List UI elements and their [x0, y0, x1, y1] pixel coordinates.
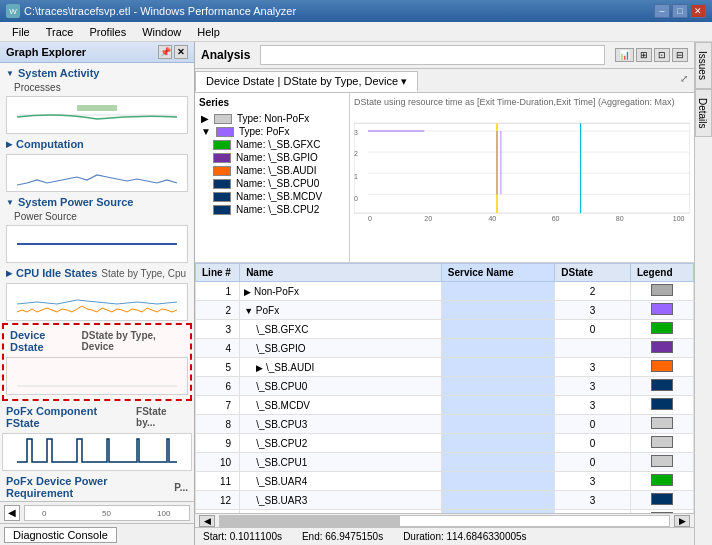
- expand-icon[interactable]: ⤢: [678, 71, 690, 90]
- menu-file[interactable]: File: [4, 24, 38, 40]
- series-label-gfxc: Name: \_SB.GFXC: [236, 139, 320, 150]
- nav-left-button[interactable]: ◀: [4, 505, 20, 521]
- cell-dstate-6: 3: [555, 377, 631, 396]
- cell-name-9: \_SB.CPU2: [240, 434, 442, 453]
- col-header-legend[interactable]: Legend: [630, 264, 693, 282]
- section-dstate-header[interactable]: Device Dstate DState by Type, Device: [6, 327, 188, 355]
- menu-help[interactable]: Help: [189, 24, 228, 40]
- cell-service-11: [441, 472, 554, 491]
- svg-text:40: 40: [488, 215, 496, 222]
- table-header-row: Line # Name Service Name DState Legend: [196, 264, 694, 282]
- device-dstate-chart: [6, 357, 188, 395]
- cell-line-11: 11: [196, 472, 240, 491]
- svg-text:50: 50: [102, 509, 111, 518]
- restore-button[interactable]: □: [672, 4, 688, 18]
- tab-device-dstate[interactable]: Device Dstate | DState by Type, Device ▾: [195, 71, 418, 92]
- section-system-activity-header[interactable]: ▼ System Activity: [2, 65, 192, 81]
- computation-chart: [6, 154, 188, 192]
- timeline-scroll[interactable]: 0 50 100: [24, 505, 190, 521]
- sidebar-tab-issues[interactable]: Issues: [695, 42, 712, 89]
- minimize-button[interactable]: –: [654, 4, 670, 18]
- panel-close-button[interactable]: ✕: [174, 45, 188, 59]
- series-collapse-icon[interactable]: ▼: [201, 126, 211, 137]
- title-bar: W C:\traces\tracefsvp.etl - Windows Perf…: [0, 0, 712, 22]
- scroll-left-button[interactable]: ◀: [199, 515, 215, 527]
- series-label-nonpofx: Type: Non-PoFx: [237, 113, 309, 124]
- scroll-right-button[interactable]: ▶: [674, 515, 690, 527]
- cell-legend-6: [630, 377, 693, 396]
- cell-legend-9: [630, 434, 693, 453]
- section-system-power-source: ▼ System Power Source Power Source: [2, 194, 192, 263]
- analysis-header: Analysis 📊 ⊞ ⊡ ⊟: [195, 42, 694, 69]
- cell-legend-1: [630, 282, 693, 301]
- cell-line-1: 1: [196, 282, 240, 301]
- series-color-gfxc: [213, 140, 231, 150]
- bottom-nav: ◀ 0 50 100: [0, 501, 194, 523]
- cell-dstate-12: 3: [555, 491, 631, 510]
- analysis-search-bar[interactable]: [260, 45, 605, 65]
- cell-service-5: [441, 358, 554, 377]
- svg-text:80: 80: [616, 215, 624, 222]
- series-color-mcdv: [213, 192, 231, 202]
- cell-service-7: [441, 396, 554, 415]
- menu-trace[interactable]: Trace: [38, 24, 82, 40]
- table-row: 7 \_SB.MCDV 3: [196, 396, 694, 415]
- analysis-title: Analysis: [201, 48, 250, 62]
- diagnostic-console-button[interactable]: Diagnostic Console: [4, 527, 117, 543]
- cell-service-8: [441, 415, 554, 434]
- main-layout: Graph Explorer 📌 ✕ ▼ System Activity Pro…: [0, 42, 712, 545]
- processes-chart-svg: [7, 97, 187, 133]
- toolbar-button-1[interactable]: 📊: [615, 48, 634, 62]
- graph-explorer-content: ▼ System Activity Processes: [0, 63, 194, 501]
- cell-dstate-11: 3: [555, 472, 631, 491]
- svg-text:20: 20: [424, 215, 432, 222]
- pofx-fstate-header[interactable]: PoFx Component FState FState by...: [2, 403, 192, 431]
- menu-bar: File Trace Profiles Window Help: [0, 22, 712, 42]
- power-source-chart: [6, 225, 188, 263]
- col-header-name[interactable]: Name: [240, 264, 442, 282]
- chart-container: 3 2 1 0: [354, 109, 690, 239]
- section-computation-header[interactable]: ▶ Computation: [2, 136, 192, 152]
- cell-name-7: \_SB.MCDV: [240, 396, 442, 415]
- cell-name-4: \_SB.GPIO: [240, 339, 442, 358]
- col-header-line[interactable]: Line #: [196, 264, 240, 282]
- cell-legend-4: [630, 339, 693, 358]
- status-duration: Duration: 114.6846330005s: [403, 531, 526, 542]
- table-row: 9 \_SB.CPU2 0: [196, 434, 694, 453]
- section-power-header[interactable]: ▼ System Power Source: [2, 194, 192, 210]
- cpu-idle-chart: [6, 283, 188, 321]
- cell-name-11: \_SB.UAR4: [240, 472, 442, 491]
- section-cpu-idle-header[interactable]: ▶ CPU Idle States State by Type, Cpu: [2, 265, 192, 281]
- menu-window[interactable]: Window: [134, 24, 189, 40]
- system-power-source-label: System Power Source: [18, 196, 134, 208]
- toolbar-button-2[interactable]: ⊞: [636, 48, 652, 62]
- cell-legend-5: [630, 358, 693, 377]
- pofx-fstate-extra: FState by...: [136, 406, 188, 428]
- section-pofx-fstate: PoFx Component FState FState by...: [2, 403, 192, 471]
- table-wrapper[interactable]: Line # Name Service Name DState Legend 1…: [195, 263, 694, 513]
- cell-service-10: [441, 453, 554, 472]
- series-item-nonpofx: ▶ Type: Non-PoFx: [199, 112, 345, 125]
- col-header-service[interactable]: Service Name: [441, 264, 554, 282]
- cell-service-6: [441, 377, 554, 396]
- series-expand-icon[interactable]: ▶: [201, 113, 209, 124]
- window-title: C:\traces\tracefsvp.etl - Windows Perfor…: [24, 5, 296, 17]
- chart-area: Series ▶ Type: Non-PoFx ▼ Type: PoFx Nam…: [195, 93, 694, 263]
- series-item-cpu0: Name: \_SB.CPU0: [199, 177, 345, 190]
- cell-legend-7: [630, 396, 693, 415]
- series-title: Series: [199, 97, 345, 108]
- cell-dstate-3: 0: [555, 320, 631, 339]
- horizontal-scrollbar[interactable]: [219, 515, 670, 527]
- col-header-dstate[interactable]: DState: [555, 264, 631, 282]
- close-button[interactable]: ✕: [690, 4, 706, 18]
- toolbar-button-4[interactable]: ⊟: [672, 48, 688, 62]
- sidebar-tab-details[interactable]: Details: [695, 89, 712, 138]
- toolbar-button-3[interactable]: ⊡: [654, 48, 670, 62]
- series-color-audi: [213, 166, 231, 176]
- cell-dstate-2: 3: [555, 301, 631, 320]
- cell-name-2: ▼ PoFx: [240, 301, 442, 320]
- cell-line-2: 2: [196, 301, 240, 320]
- pofx-power-header[interactable]: PoFx Device Power Requirement P...: [2, 473, 192, 501]
- panel-pin-button[interactable]: 📌: [158, 45, 172, 59]
- menu-profiles[interactable]: Profiles: [81, 24, 134, 40]
